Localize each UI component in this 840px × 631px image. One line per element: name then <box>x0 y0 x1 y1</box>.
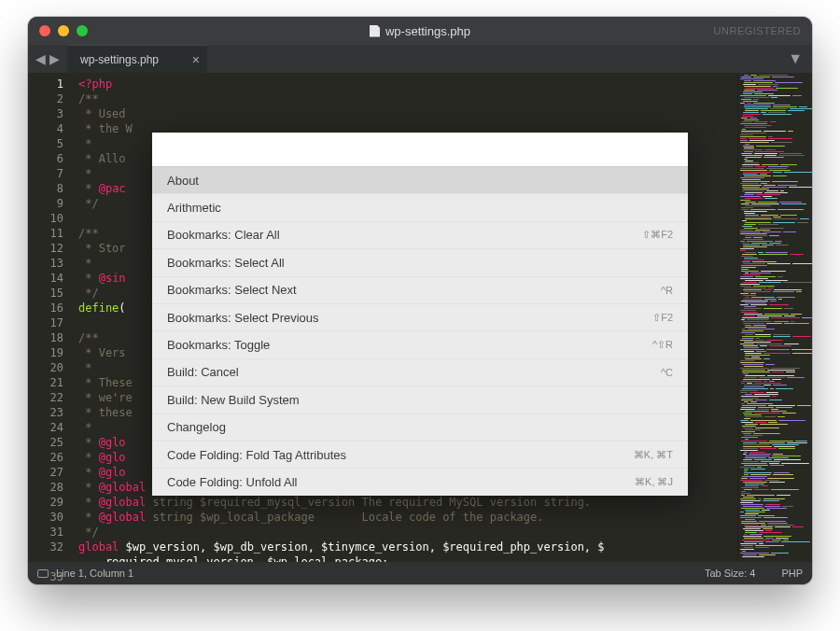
status-language[interactable]: PHP <box>781 568 803 579</box>
command-label: About <box>167 174 199 188</box>
command-shortcut: ^C <box>661 367 673 378</box>
history-nav: ◀ ▶ <box>28 45 67 73</box>
window-controls <box>39 25 88 36</box>
panel-icon[interactable] <box>37 569 49 578</box>
command-palette-item[interactable]: Arithmetic <box>152 193 688 220</box>
command-palette-item[interactable]: Code Folding: Fold Tag Attributes⌘K, ⌘T <box>152 441 688 468</box>
status-cursor: Line 1, Column 1 <box>56 568 133 579</box>
command-palette-item[interactable]: Bookmarks: Clear All⇧⌘F2 <box>152 221 688 248</box>
titlebar: wp-settings.php UNREGISTERED <box>28 17 812 45</box>
command-label: Changelog <box>167 420 226 434</box>
command-palette-item[interactable]: Bookmarks: Select Previous⇧F2 <box>152 303 688 330</box>
editor-window: wp-settings.php UNREGISTERED ◀ ▶ wp-sett… <box>28 17 812 584</box>
command-shortcut: ⇧⌘F2 <box>642 229 673 241</box>
file-icon <box>370 25 380 37</box>
command-label: Bookmarks: Select Next <box>167 283 297 297</box>
command-palette-list: AboutArithmeticBookmarks: Clear All⇧⌘F2B… <box>152 166 688 496</box>
tab-label: wp-settings.php <box>80 53 159 66</box>
command-shortcut: ^R <box>661 285 673 296</box>
minimap[interactable] <box>737 73 812 562</box>
tabs-dropdown-button[interactable]: ▼ <box>778 45 812 73</box>
nav-forward-button[interactable]: ▶ <box>49 51 60 66</box>
command-palette-item[interactable]: Code Folding: Unfold All⌘K, ⌘J <box>152 468 688 495</box>
close-window-button[interactable] <box>39 25 50 36</box>
window-title-text: wp-settings.php <box>385 24 470 38</box>
command-label: Bookmarks: Toggle <box>167 338 270 352</box>
command-palette-item[interactable]: Changelog <box>152 414 688 441</box>
command-palette-item[interactable]: About <box>152 166 688 193</box>
minimize-window-button[interactable] <box>58 25 69 36</box>
status-bar: Line 1, Column 1 Tab Size: 4 PHP <box>28 562 812 584</box>
command-palette-item[interactable]: Build: Cancel^C <box>152 358 688 386</box>
command-label: Build: Cancel <box>167 365 239 379</box>
tab-close-icon[interactable]: × <box>192 52 200 67</box>
window-title: wp-settings.php <box>28 24 812 38</box>
command-palette-item[interactable]: Bookmarks: Select All <box>152 248 688 275</box>
command-palette-item[interactable]: Build: New Build System <box>152 386 688 413</box>
command-palette-item[interactable]: Bookmarks: Select Next^R <box>152 276 688 303</box>
file-tab-active[interactable]: wp-settings.php × <box>67 45 207 73</box>
tab-bar: ◀ ▶ wp-settings.php × ▼ <box>28 45 812 73</box>
command-label: Arithmetic <box>167 201 221 215</box>
command-palette-input[interactable] <box>152 133 688 166</box>
command-shortcut: ⌘K, ⌘T <box>634 449 673 461</box>
command-palette: AboutArithmeticBookmarks: Clear All⇧⌘F2B… <box>152 133 688 496</box>
status-tabsize[interactable]: Tab Size: 4 <box>705 568 755 579</box>
command-label: Code Folding: Unfold All <box>167 475 297 489</box>
command-label: Bookmarks: Clear All <box>167 228 280 242</box>
command-label: Build: New Build System <box>167 393 300 407</box>
command-shortcut: ⌘K, ⌘J <box>635 476 673 488</box>
command-label: Code Folding: Fold Tag Attributes <box>167 448 346 462</box>
command-label: Bookmarks: Select Previous <box>167 311 319 325</box>
command-shortcut: ^⇧R <box>652 339 673 351</box>
command-label: Bookmarks: Select All <box>167 256 285 270</box>
command-palette-item[interactable]: Bookmarks: Toggle^⇧R <box>152 330 688 358</box>
line-number-gutter: 1234567891011121314151617181920212223242… <box>28 73 73 562</box>
nav-back-button[interactable]: ◀ <box>35 51 46 66</box>
registration-status: UNREGISTERED <box>714 25 801 36</box>
command-shortcut: ⇧F2 <box>652 312 673 324</box>
zoom-window-button[interactable] <box>77 25 88 36</box>
editor-area: 1234567891011121314151617181920212223242… <box>28 73 812 562</box>
